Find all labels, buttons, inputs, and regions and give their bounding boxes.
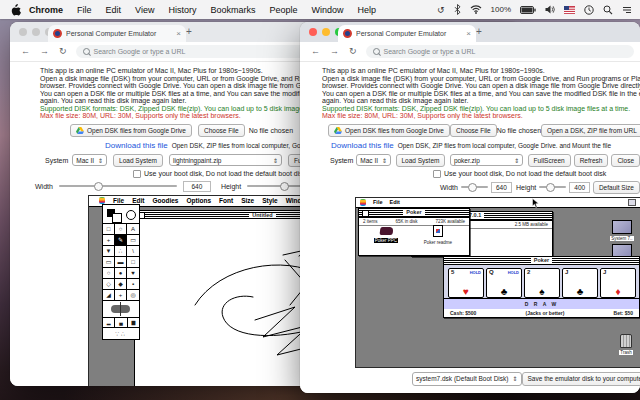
open-drive-button[interactable]: Open DSK files from Google Drive xyxy=(328,124,450,137)
close-window-button[interactable] xyxy=(309,28,317,36)
menu-file[interactable]: File xyxy=(77,5,92,15)
playing-card-3[interactable]: 2 ♠ xyxy=(524,268,560,298)
open-drive-button[interactable]: Open DSK files from Google Drive xyxy=(70,124,192,137)
trash[interactable]: Trash xyxy=(614,334,638,355)
minimize-window-button[interactable] xyxy=(322,28,330,36)
line-width-selector[interactable]: ▂ ▄ ▆ xyxy=(103,318,139,328)
close-tab-icon[interactable]: × xyxy=(176,29,181,38)
input-flag-icon[interactable] xyxy=(564,6,575,14)
browser-window-front[interactable]: Personal Computer Emulator × + ← → ↻ Sea… xyxy=(300,22,640,393)
brush-size-selector[interactable] xyxy=(103,301,139,318)
poker-game-window[interactable]: Poker 5 HOLD ♥ Q HOLD ♣ 2 ♠ xyxy=(443,256,640,318)
target-tool-icon[interactable]: ◎ xyxy=(127,290,139,301)
round-rect-tool-icon[interactable]: □ xyxy=(127,257,139,268)
height-slider-thumb[interactable] xyxy=(546,183,555,192)
default-size-button[interactable]: Default Size xyxy=(593,181,640,194)
reload-icon[interactable]: ↻ xyxy=(59,47,67,56)
wifi-icon[interactable] xyxy=(470,5,482,14)
boot-disk-save-select[interactable]: system7.dsk (Default Boot Disk)⇕ xyxy=(412,372,522,386)
forward-icon[interactable]: → xyxy=(330,47,339,56)
battery-icon[interactable] xyxy=(520,6,536,14)
menu-edit[interactable]: Edit xyxy=(106,5,122,15)
emu-menu-style[interactable]: Style xyxy=(262,197,278,204)
emu-menu-goodies[interactable]: Goodies xyxy=(152,197,178,204)
minimize-window-button[interactable] xyxy=(32,28,40,36)
emu-menu-options[interactable]: Options xyxy=(187,197,212,204)
download-link[interactable]: Download this file xyxy=(331,141,394,150)
plus-tool-icon[interactable]: + xyxy=(115,290,127,301)
apple-menu-icon[interactable] xyxy=(10,3,21,16)
width-medium-icon[interactable]: ▄ xyxy=(115,318,127,327)
oval-tool-icon[interactable]: ○ xyxy=(103,268,115,279)
reload-icon[interactable]: ↻ xyxy=(349,47,357,56)
volume-icon[interactable] xyxy=(545,5,555,14)
clock-icon[interactable] xyxy=(584,5,594,15)
width-thick-icon[interactable]: ▆ xyxy=(128,318,139,327)
pencil-tool-icon[interactable]: ✎ xyxy=(115,235,127,246)
width-slider[interactable] xyxy=(59,185,177,187)
width-slider[interactable] xyxy=(461,186,488,188)
diamond-tool-icon[interactable]: ◇ xyxy=(103,279,115,290)
menu-people[interactable]: People xyxy=(269,5,297,15)
new-tab-button[interactable]: + xyxy=(186,26,192,37)
fullscreen-button[interactable]: FullScreen xyxy=(528,154,571,167)
width-slider-thumb[interactable] xyxy=(468,183,477,192)
playing-card-1[interactable]: 5 HOLD ♥ xyxy=(448,268,484,298)
playing-card-2[interactable]: Q HOLD ♣ xyxy=(486,268,522,298)
width-input[interactable]: 640 xyxy=(183,181,211,192)
marquee-tool-icon[interactable]: □ xyxy=(103,224,115,235)
close-button[interactable]: Close xyxy=(611,154,640,167)
filled-rect-tool-icon[interactable]: ▬ xyxy=(115,257,127,268)
bucket-tool-icon[interactable]: ▼ xyxy=(103,246,115,257)
menu-view[interactable]: View xyxy=(135,5,154,15)
poker-app-icon[interactable]: Poker PPC xyxy=(366,227,406,243)
filled-diamond-tool-icon[interactable]: ◆ xyxy=(115,279,127,290)
eraser-tool-icon[interactable]: ▭ xyxy=(127,235,139,246)
pattern-selector[interactable] xyxy=(103,205,139,224)
emu-menu-file[interactable]: File xyxy=(373,199,382,205)
boot-disk-checkbox[interactable] xyxy=(133,170,141,178)
emu-menu-font[interactable]: Font xyxy=(219,197,233,204)
save-disk-button[interactable]: Save the emulator disk to your computer xyxy=(522,372,640,386)
application-menu-icon[interactable] xyxy=(628,199,636,206)
spray-tool-icon[interactable]: ∴ xyxy=(115,246,127,257)
choose-file-button[interactable]: Choose File xyxy=(450,124,497,137)
playing-card-4[interactable]: J ♣ xyxy=(562,268,598,298)
forward-icon[interactable]: → xyxy=(40,47,49,56)
back-icon[interactable]: ← xyxy=(311,47,320,56)
close-tab-icon[interactable]: × xyxy=(466,29,471,38)
text-tool-icon[interactable]: A xyxy=(127,224,139,235)
crosshair-tool-icon[interactable]: + xyxy=(103,235,115,246)
height-slider[interactable] xyxy=(539,186,566,188)
menu-bookmarks[interactable]: Bookmarks xyxy=(210,5,255,15)
time-machine-icon[interactable]: ↺ xyxy=(437,5,445,15)
browser-tab[interactable]: Personal Computer Emulator × xyxy=(48,25,186,42)
menu-history[interactable]: History xyxy=(168,5,196,15)
open-url-button[interactable]: Open a DSK, ZIP file from URL xyxy=(541,124,640,137)
close-box-icon[interactable] xyxy=(362,210,369,217)
disk-select[interactable]: poker.zip⇕ xyxy=(450,154,523,166)
refresh-button[interactable]: Refresh xyxy=(574,154,609,167)
rect-tool-icon[interactable]: ▭ xyxy=(103,257,115,268)
close-window-button[interactable] xyxy=(19,28,27,36)
menu-help[interactable]: Help xyxy=(357,5,376,15)
lasso-tool-icon[interactable]: ○ xyxy=(115,224,127,235)
menu-chrome[interactable]: Chrome xyxy=(29,5,63,15)
slab-tool-icon[interactable]: ▪ xyxy=(127,279,139,290)
system-select[interactable]: Mac II⇕ xyxy=(356,154,391,166)
system-select[interactable]: Mac II⇕ xyxy=(72,154,107,166)
new-tab-button[interactable]: + xyxy=(476,26,482,37)
width-input[interactable]: 640 xyxy=(491,182,512,193)
pattern-dots-icon[interactable]: ∵∴ xyxy=(103,328,139,339)
emu-menu-edit[interactable]: Edit xyxy=(389,199,399,205)
spotlight-icon[interactable] xyxy=(603,5,613,15)
browser-tab[interactable]: Personal Computer Emulator × xyxy=(338,25,476,42)
desktop-disk-system7[interactable]: System 7.. xyxy=(610,220,634,241)
emu-menu-size[interactable]: Size xyxy=(241,197,254,204)
heart-tool-icon[interactable]: ♥ xyxy=(127,268,139,279)
width-slider-thumb[interactable] xyxy=(94,182,103,191)
disk-select[interactable]: lightningpaint.zip⇕ xyxy=(169,154,282,166)
corner-tool-icon[interactable]: ◢ xyxy=(103,290,115,301)
width-thin-icon[interactable]: ▂ xyxy=(103,318,115,327)
poker-folder-window[interactable]: Poker 2 items 65K in disk 723K available… xyxy=(358,208,470,256)
